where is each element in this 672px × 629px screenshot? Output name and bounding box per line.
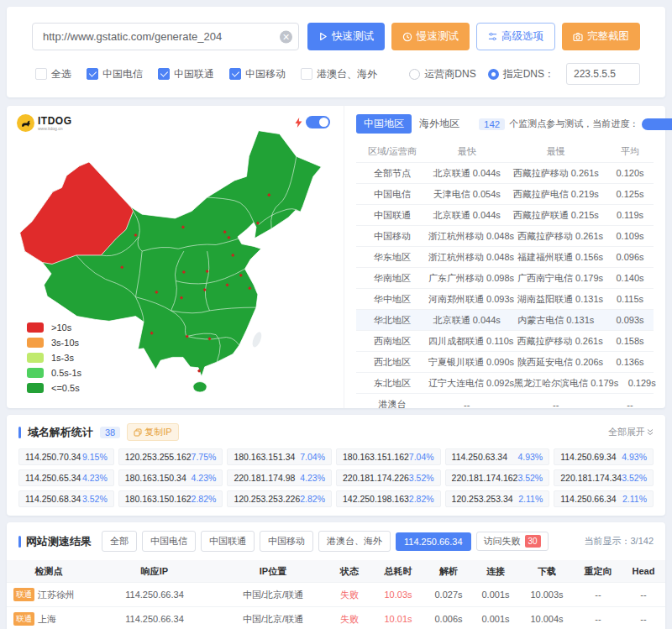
ip-percentage: 2.11% xyxy=(622,494,647,504)
table-row[interactable]: 联通 江苏徐州 114.250.66.34 中国/北京/联通 失败 10.03s… xyxy=(7,583,665,607)
isp-checkbox[interactable]: 全选 xyxy=(35,67,71,81)
filter-button[interactable]: 全部 xyxy=(102,531,137,552)
url-input[interactable] xyxy=(32,23,299,50)
filter-button[interactable]: 中国联通 xyxy=(201,531,255,552)
ip-stat-cell[interactable]: 220.181.174.34 3.52% xyxy=(554,469,654,486)
ip-address: 114.250.68.34 xyxy=(25,494,81,504)
filter-button[interactable]: 中国电信 xyxy=(142,531,196,552)
region-name: 华南地区 xyxy=(356,272,428,285)
slowest-value: 西藏拉萨移动 0.261s xyxy=(513,335,606,348)
table-row[interactable]: 西北地区 宁夏银川联通 0.090s 陕西延安电信 0.206s 0.136s xyxy=(356,352,654,373)
tab-china-region[interactable]: 中国地区 xyxy=(356,114,412,134)
ip-percentage: 4.23% xyxy=(300,473,325,483)
col-slowest: 最慢 xyxy=(505,145,606,158)
col-status: 状态 xyxy=(328,565,371,578)
ip-stat-cell[interactable]: 114.250.68.34 3.52% xyxy=(18,490,114,507)
fastest-value: 广东广州移动 0.098s xyxy=(428,272,514,285)
total-time: 10.01s xyxy=(371,614,425,624)
slowest-value: 湖南益阳联通 0.131s xyxy=(514,293,606,306)
isp-checkbox[interactable]: 中国联通 xyxy=(158,67,214,81)
table-row[interactable]: 全部节点 北京联通 0.044s 西藏拉萨移动 0.261s 0.120s xyxy=(356,163,654,184)
region-table-body: 全部节点 北京联通 0.044s 西藏拉萨移动 0.261s 0.120s 中国… xyxy=(356,163,654,415)
play-icon xyxy=(318,32,328,41)
tab-overseas-region[interactable]: 海外地区 xyxy=(412,114,467,134)
ip-stat-cell[interactable]: 220.181.174.226 3.52% xyxy=(336,469,441,486)
ip-stat-cell[interactable]: 180.163.151.162 7.04% xyxy=(336,448,441,465)
custom-dns-radio[interactable]: 指定DNS： xyxy=(488,67,554,81)
ip-stat-cell[interactable]: 114.250.65.34 4.23% xyxy=(18,469,114,486)
advanced-options-button[interactable]: 高级选项 xyxy=(476,23,555,50)
table-row[interactable]: 中国联通 北京联通 0.044s 西藏拉萨联通 0.215s 0.119s xyxy=(356,205,654,226)
ip-address: 220.181.174.226 xyxy=(343,473,409,483)
url-row: ✕ 快速测试 慢速测试 高级选项 完整截图 xyxy=(32,23,640,50)
progress-bar: 100% xyxy=(642,118,672,130)
table-row[interactable]: 华东地区 浙江杭州移动 0.048s 福建福州联通 0.156s 0.096s xyxy=(356,247,654,268)
table-row[interactable]: 联通 上海 114.250.66.34 中国/北京/联通 失败 10.01s 0… xyxy=(7,607,665,629)
region-name: 华东地区 xyxy=(356,251,428,264)
ip-stat-cell[interactable]: 180.163.150.162 2.82% xyxy=(118,490,223,507)
table-row[interactable]: 中国移动 浙江杭州移动 0.048s 西藏拉萨移动 0.261s 0.109s xyxy=(356,226,654,247)
isp-checkbox[interactable]: 中国电信 xyxy=(87,67,143,81)
ip-stat-cell[interactable]: 120.253.253.226 2.82% xyxy=(227,490,332,507)
clear-input-icon[interactable]: ✕ xyxy=(280,30,292,43)
options-row: 全选 中国电信 中国联通 中国移动 xyxy=(32,63,640,85)
ip-stat-cell[interactable]: 114.250.63.34 4.93% xyxy=(445,448,550,465)
ip-percentage: 4.23% xyxy=(192,473,217,483)
taiwan-island xyxy=(250,331,263,349)
active-ip-filter[interactable]: 114.250.66.34 xyxy=(396,532,471,551)
fastest-value: 北京联通 0.044s xyxy=(428,167,505,180)
slow-test-button[interactable]: 慢速测试 xyxy=(391,23,470,50)
region-stats-panel: 中国地区 海外地区 142 个监测点参与测试，当前进度： 100% 区域/运营商… xyxy=(344,106,665,408)
ip-stat-cell[interactable]: 114.250.70.34 9.15% xyxy=(18,448,114,465)
checkbox-box-icon xyxy=(35,68,47,80)
table-row[interactable]: 华北地区 北京联通 0.044s 内蒙古电信 0.131s 0.093s xyxy=(356,310,654,331)
quick-test-button[interactable]: 快速测试 xyxy=(307,23,385,50)
col-node: 检测点 xyxy=(7,565,91,578)
redirect-value: -- xyxy=(575,614,622,624)
ip-stat-cell[interactable]: 142.250.198.163 2.82% xyxy=(336,490,441,507)
isp-checkbox[interactable]: 港澳台、海外 xyxy=(301,67,377,81)
legend-label: 0.5s-1s xyxy=(51,368,81,378)
ip-stat-cell[interactable]: 220.181.174.98 4.23% xyxy=(227,469,332,486)
table-row[interactable]: 华中地区 河南郑州联通 0.093s 湖南益阳联通 0.131s 0.115s xyxy=(356,289,654,310)
speed-results-title: 网站测速结果 xyxy=(26,534,92,549)
ip-stat-cell[interactable]: 220.181.174.162 3.52% xyxy=(445,469,550,486)
dns-stats-header: 域名解析统计 38 复制IP 全部展开 xyxy=(18,423,654,441)
ip-stat-cell[interactable]: 180.163.150.34 4.23% xyxy=(118,469,223,486)
copy-ip-button[interactable]: 复制IP xyxy=(127,423,178,441)
legend-swatch-icon xyxy=(27,353,44,363)
fail-filter-button[interactable]: 访问失败 30 xyxy=(476,532,549,551)
carrier-dns-radio[interactable]: 运营商DNS xyxy=(409,67,475,81)
table-row[interactable]: 华南地区 广东广州移动 0.098s 广西南宁电信 0.179s 0.140s xyxy=(356,268,654,289)
ip-address: 120.253.253.34 xyxy=(452,494,513,504)
slow-test-label: 慢速测试 xyxy=(417,29,459,44)
display-count: 当前显示：3/142 xyxy=(584,535,654,548)
ip-percentage: 4.23% xyxy=(82,473,108,483)
filter-button[interactable]: 港澳台、海外 xyxy=(318,531,391,552)
response-ip: 114.250.66.34 xyxy=(91,614,218,624)
speed-results-table: 检测点 响应IP IP位置 状态 总耗时 解析 连接 下载 重定向 Head 联… xyxy=(7,560,665,629)
checkbox-label: 全选 xyxy=(51,67,71,81)
ip-address: 142.250.198.163 xyxy=(343,494,409,504)
table-row[interactable]: 港澳台 -- -- -- xyxy=(356,394,654,415)
table-row[interactable]: 东北地区 辽宁大连电信 0.092s 黑龙江哈尔滨电信 0.179s 0.129… xyxy=(356,373,654,394)
ip-stat-cell[interactable]: 114.250.66.34 2.11% xyxy=(554,490,654,507)
fastest-value: 辽宁大连电信 0.092s xyxy=(428,377,514,390)
table-row[interactable]: 中国电信 天津电信 0.054s 西藏拉萨电信 0.219s 0.125s xyxy=(356,184,654,205)
filter-button[interactable]: 中国移动 xyxy=(260,531,313,552)
isp-checkbox[interactable]: 中国移动 xyxy=(229,67,286,81)
ip-stat-cell[interactable]: 180.163.151.34 7.04% xyxy=(227,448,332,465)
ip-stat-cell[interactable]: 120.253.253.34 2.11% xyxy=(445,490,550,507)
ip-stat-cell[interactable]: 120.253.255.162 7.75% xyxy=(118,448,223,465)
dns-input[interactable] xyxy=(566,63,640,85)
ip-stat-cell[interactable]: 114.250.69.34 4.93% xyxy=(554,448,654,465)
redirect-value: -- xyxy=(575,590,622,600)
expand-all-button[interactable]: 全部展开 xyxy=(608,426,654,438)
table-row[interactable]: 西南地区 四川成都联通 0.110s 西藏拉萨移动 0.261s 0.158s xyxy=(356,331,654,352)
region-stats-table: 区域/运营商 最快 最慢 平均 全部节点 北京联通 0.044s 西藏拉萨移动 … xyxy=(356,141,654,415)
node-cell: 联通 上海 xyxy=(7,612,91,626)
full-screenshot-button[interactable]: 完整截图 xyxy=(562,23,640,50)
status-badge: 失败 xyxy=(328,613,371,626)
fastest-value: 浙江杭州移动 0.048s xyxy=(428,230,514,243)
col-redirect: 重定向 xyxy=(575,565,622,578)
